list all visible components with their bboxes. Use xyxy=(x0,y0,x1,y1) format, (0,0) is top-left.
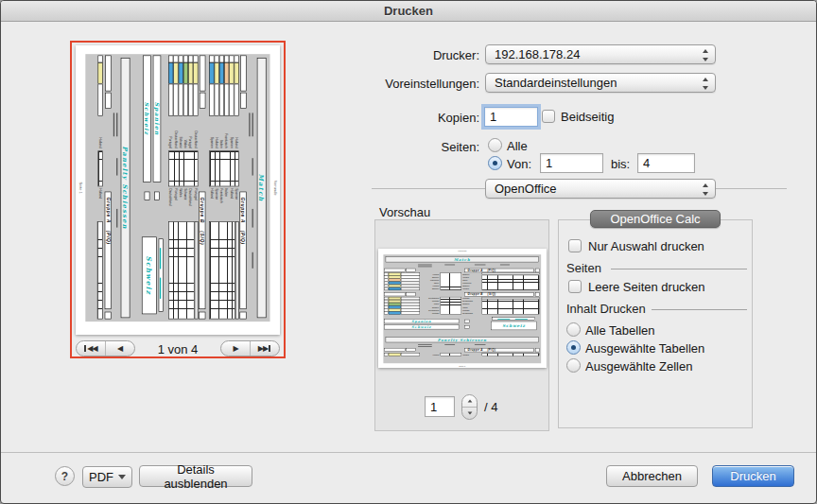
preview-art-shape xyxy=(145,192,150,200)
preview-art-shape xyxy=(406,348,415,352)
preview-art-shape xyxy=(389,287,401,290)
selection-only-checkbox[interactable] xyxy=(568,239,582,252)
preview-art-shape xyxy=(235,221,239,319)
preview-art-shape xyxy=(168,150,198,186)
presets-select[interactable]: Standardeinstellungen xyxy=(485,73,716,93)
preview-penalty-banner: Panelty Schiessen xyxy=(121,58,130,318)
pages-section-label: Seiten xyxy=(566,261,601,275)
first-page-button[interactable]: ◀◀ xyxy=(77,341,105,356)
preview-art-shape xyxy=(229,62,234,83)
preview-art-shape xyxy=(215,55,219,62)
cancel-label: Abbrechen xyxy=(622,469,682,483)
page-from-input[interactable] xyxy=(540,153,603,173)
preview-group-header: Gruppe A (P/Q) xyxy=(239,192,246,309)
preview-art-shape xyxy=(464,325,469,328)
help-button[interactable]: ? xyxy=(55,466,75,486)
pages-all-radio[interactable] xyxy=(488,138,502,152)
preview-art-shape xyxy=(235,55,239,62)
preview-art-shape xyxy=(209,84,214,116)
selected-cells-label: Ausgewählte Zellen xyxy=(585,359,692,374)
duplex-checkbox[interactable] xyxy=(542,110,555,123)
preview-art-shape xyxy=(464,320,469,322)
preview-art-shape xyxy=(215,84,219,116)
selected-cells-radio[interactable] xyxy=(566,358,581,373)
print-button[interactable]: Drucken xyxy=(712,465,794,487)
preview-panel-label: Vorschau xyxy=(379,205,430,219)
last-page-button[interactable]: ▶▶ xyxy=(250,341,278,356)
preview-page-footer: Seite 1 xyxy=(79,45,83,330)
preview-team-names: Holland Spanien Frankreich Italien Holla… xyxy=(420,272,439,290)
preview-art-shape xyxy=(240,55,247,91)
next-page-button[interactable]: ▶ xyxy=(221,341,250,356)
preview-art-shape xyxy=(441,353,461,356)
selected-tables-label: Ausgewählte Tabellen xyxy=(585,341,704,356)
pages-label: Seiten: xyxy=(322,140,479,154)
preview-art-shape xyxy=(200,93,206,109)
pages-to-label: bis: xyxy=(611,157,630,171)
preview-art-shape xyxy=(406,269,415,272)
preview-page-stepper[interactable] xyxy=(461,394,478,420)
duplex-label: Beidseitig xyxy=(561,110,614,124)
preview-art-shape xyxy=(173,62,178,83)
document-preview-frame[interactable]: VorrundeSeite 1MatchGruppe A (P/Q)Hollan… xyxy=(70,41,286,358)
preview-art-shape xyxy=(173,55,178,62)
preview-art-shape xyxy=(418,265,432,266)
preview-page-art: VorrundeSeite 1MatchGruppe A (P/Q)Hollan… xyxy=(76,45,280,330)
preview-art-shape xyxy=(535,292,540,296)
preview-art-shape xyxy=(224,84,229,116)
preview-team-names: Holland xyxy=(462,353,480,356)
cancel-button[interactable]: Abbrechen xyxy=(606,465,698,487)
preview-page-input[interactable] xyxy=(425,396,455,417)
preview-art-shape xyxy=(113,113,114,136)
pager-status: 1 von 4 xyxy=(145,342,211,356)
preview-art-shape xyxy=(482,275,540,290)
app-options-select[interactable]: OpenOffice xyxy=(485,179,716,199)
preview-art-shape xyxy=(240,93,247,109)
preview-art-shape xyxy=(224,55,229,62)
all-tables-radio[interactable] xyxy=(566,322,581,337)
preview-group-header: Gruppe A (P/Q) xyxy=(105,192,112,309)
all-tables-label: Alle Tabellen xyxy=(585,323,654,338)
pages-all-label: Alle xyxy=(507,139,528,153)
preview-art-shape xyxy=(384,292,405,296)
preview-page-total: / 4 xyxy=(484,400,497,414)
preview-penalty-title: Panelty Schiessen xyxy=(438,338,487,341)
stepper-up-icon[interactable] xyxy=(462,395,477,408)
preview-winner-label: Schweiz xyxy=(502,323,526,328)
preview-team-names: Deutschland Portugal Wales Schweiz Deuts… xyxy=(168,116,198,148)
printer-select[interactable]: 192.168.178.24 xyxy=(485,44,716,64)
preview-art-shape xyxy=(235,84,239,116)
preview-team-names: Portugal Deutschland Schweiz Wales Portu… xyxy=(462,297,480,315)
selected-tables-radio[interactable] xyxy=(566,340,581,355)
pdf-menu-button[interactable]: PDF xyxy=(82,466,132,488)
preview-art-shape xyxy=(229,84,234,116)
preview-art-shape xyxy=(116,113,117,136)
preview-art-shape xyxy=(188,62,193,83)
preview-art-shape xyxy=(219,84,224,116)
preview-art-shape xyxy=(116,209,117,228)
pages-from-radio[interactable] xyxy=(488,156,502,170)
stepper-down-icon[interactable] xyxy=(462,408,477,419)
preview-art-shape xyxy=(418,346,432,347)
selection-only-label: Nur Auswahl drucken xyxy=(588,239,704,253)
preview-group-header: Gruppe B (S/Q) xyxy=(199,192,205,309)
pages-section-line xyxy=(611,269,747,269)
preview-team-names: Holland xyxy=(97,116,102,148)
pdf-label: PDF xyxy=(89,470,113,484)
printer-label: Drucker: xyxy=(322,48,479,62)
preview-art-shape xyxy=(173,84,178,116)
page-to-input[interactable] xyxy=(637,153,695,173)
hide-details-button[interactable]: Details ausblenden xyxy=(139,465,252,487)
copies-input[interactable] xyxy=(484,107,538,127)
preview-winner-box: Schweiz xyxy=(491,322,536,330)
preview-art-shape xyxy=(497,319,510,320)
preview-art-shape xyxy=(500,265,510,266)
preview-art-shape xyxy=(193,55,198,62)
blank-pages-checkbox[interactable] xyxy=(568,280,582,293)
preview-art-shape xyxy=(209,62,214,83)
preview-finalist-box: Schweiz xyxy=(384,324,459,329)
previous-page-button[interactable]: ◀ xyxy=(105,341,133,356)
preview-art-shape xyxy=(183,55,188,62)
preview-art-shape xyxy=(183,62,188,83)
preview-match-title: Match xyxy=(454,257,471,261)
